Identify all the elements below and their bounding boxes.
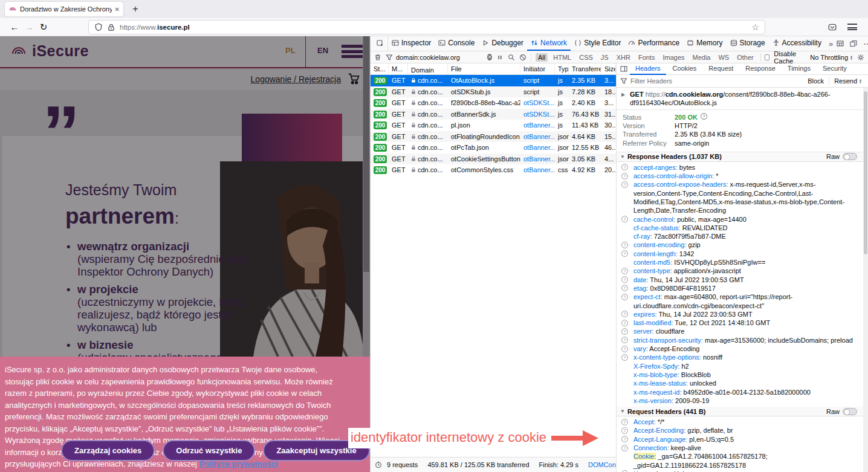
request-row[interactable]: 200GETcdn.co...otCookieSettingsButton.js… bbox=[371, 154, 616, 165]
pause-log-icon[interactable] bbox=[496, 54, 504, 61]
devtools-tab-performance[interactable]: Performance bbox=[624, 36, 683, 51]
toolbar-overflow-chevron[interactable]: » bbox=[825, 39, 837, 48]
devtools-tab-storage[interactable]: Storage bbox=[727, 36, 769, 51]
header-info-icon[interactable]: ? bbox=[621, 285, 628, 291]
tab-close-icon[interactable]: ✕ bbox=[115, 6, 120, 13]
header-info-icon[interactable]: ? bbox=[621, 242, 628, 248]
column-header-type[interactable]: Type bbox=[555, 63, 569, 74]
request-row[interactable]: 200GETcdn.co...otFloatingRoundedIcon.jso… bbox=[371, 131, 616, 143]
header-info-icon[interactable]: ? bbox=[621, 294, 628, 300]
throttling-select[interactable]: No Throttling▲▼ bbox=[810, 54, 853, 61]
devtools-tab-style-editor[interactable]: Style Editor bbox=[571, 36, 624, 51]
header-info-icon[interactable]: ? bbox=[621, 311, 628, 317]
type-filter-html[interactable]: HTML bbox=[551, 53, 574, 62]
disable-cache-checkbox[interactable] bbox=[765, 54, 769, 60]
devtools-tab-debugger[interactable]: Debugger bbox=[478, 36, 527, 51]
browser-tab[interactable]: Doradztwo w Zakresie Ochrony Dany ✕ bbox=[5, 2, 123, 16]
clear-filter-icon[interactable]: ✕ bbox=[487, 54, 492, 60]
status-help-icon[interactable]: ? bbox=[701, 113, 707, 120]
clear-requests-icon[interactable] bbox=[374, 54, 381, 61]
header-info-icon[interactable]: ? bbox=[621, 250, 628, 257]
responsive-mode-icon[interactable] bbox=[850, 40, 857, 47]
back-button-icon[interactable]: ← bbox=[7, 22, 22, 32]
type-filter-fonts[interactable]: Fonts bbox=[636, 53, 658, 62]
forward-button-icon[interactable]: → bbox=[22, 22, 36, 32]
filter-url-input[interactable]: domain:cookielaw.org bbox=[386, 54, 483, 61]
details-tab-security[interactable]: Security bbox=[817, 63, 852, 75]
request-row[interactable]: 200GETcdn.co...otBannerSdk.jsotSDKSt...j… bbox=[371, 109, 616, 120]
bookmark-star-icon[interactable]: ☆ bbox=[751, 22, 759, 32]
block-request-icon[interactable] bbox=[519, 54, 526, 61]
cookie-button-odrzu-wszystkie[interactable]: Odrzuć wszystkie bbox=[163, 440, 255, 461]
reload-button-icon[interactable]: ↻ bbox=[36, 22, 51, 33]
search-icon[interactable] bbox=[508, 54, 515, 61]
details-tab-headers[interactable]: Headers bbox=[630, 63, 666, 75]
devtools-tab-memory[interactable]: Memory bbox=[683, 36, 726, 51]
column-header-size[interactable]: Size bbox=[601, 63, 616, 74]
devtools-tab-accessibility[interactable]: Accessibility bbox=[769, 36, 825, 51]
type-filter-media[interactable]: Media bbox=[690, 53, 713, 62]
details-tab-timings[interactable]: Timings bbox=[782, 63, 816, 75]
request-row[interactable]: 200GETcdn.co...OtAutoBlock.jsscriptjs2.3… bbox=[371, 75, 616, 86]
column-header-m[interactable]: M... bbox=[389, 63, 408, 74]
initiator-cell[interactable]: otBanner... bbox=[520, 131, 555, 143]
details-tab-request[interactable]: Request bbox=[703, 63, 739, 75]
type-filter-css[interactable]: CSS bbox=[577, 53, 595, 62]
response-headers-section[interactable]: ▼ Response Headers (1.037 KB) Raw bbox=[617, 152, 863, 162]
url-bar[interactable]: https://www.isecure.pl ☆ bbox=[88, 20, 765, 34]
new-tab-button[interactable]: + bbox=[128, 2, 143, 16]
details-scrollbar[interactable] bbox=[863, 88, 868, 472]
header-info-icon[interactable]: ? bbox=[621, 320, 628, 326]
pick-element-icon[interactable] bbox=[373, 36, 388, 51]
type-filter-other[interactable]: Other bbox=[734, 53, 756, 62]
column-header-st[interactable]: St... bbox=[371, 63, 389, 74]
request-url-line[interactable]: ▶ GET https://cdn.cookielaw.org/consent/… bbox=[617, 88, 863, 110]
header-info-icon[interactable]: ? bbox=[621, 436, 628, 442]
cookie-button-zarz-dzaj-cookies[interactable]: Zarządzaj cookies bbox=[61, 440, 155, 461]
iframe-picker-icon[interactable] bbox=[837, 40, 844, 47]
details-tab-cookies[interactable]: Cookies bbox=[667, 63, 702, 75]
pocket-icon[interactable] bbox=[828, 23, 837, 31]
header-info-icon[interactable]: ? bbox=[621, 427, 628, 434]
type-filter-images[interactable]: Images bbox=[660, 53, 687, 62]
network-settings-gear-icon[interactable] bbox=[857, 54, 864, 61]
details-tab-response[interactable]: Response bbox=[740, 63, 781, 75]
header-info-icon[interactable]: ? bbox=[621, 419, 628, 425]
column-header-domain[interactable]: Domain bbox=[408, 63, 448, 74]
header-info-icon[interactable]: ? bbox=[621, 445, 628, 451]
devtools-tab-network[interactable]: Network bbox=[527, 36, 571, 51]
details-pane-icon[interactable] bbox=[620, 65, 627, 73]
block-url-button[interactable]: Block bbox=[808, 77, 824, 85]
request-row[interactable]: 200GETcdn.co...otSDKStub.jsscriptjs7.28 … bbox=[371, 86, 616, 98]
request-headers-section[interactable]: ▼ Request Headers (441 B) Raw bbox=[617, 407, 863, 416]
devtools-meatball-menu-icon[interactable]: ⋯ bbox=[863, 39, 868, 48]
header-info-icon[interactable]: ? bbox=[621, 181, 628, 188]
initiator-cell[interactable]: otSDKSt... bbox=[520, 97, 555, 109]
initiator-cell[interactable]: otBanner... bbox=[520, 142, 555, 154]
request-row[interactable]: 200GETcdn.co...f2890bc8-88eb-4bac-a266-d… bbox=[371, 97, 616, 109]
devtools-tab-inspector[interactable]: Inspector bbox=[388, 36, 435, 51]
type-filter-ws[interactable]: WS bbox=[716, 53, 731, 62]
type-filter-all[interactable]: All bbox=[536, 53, 548, 62]
resend-button[interactable]: Resend▲▼ bbox=[834, 77, 862, 85]
header-info-icon[interactable]: ? bbox=[621, 173, 628, 179]
header-info-icon[interactable]: ? bbox=[621, 268, 628, 274]
browser-menu-icon[interactable] bbox=[847, 24, 857, 30]
request-row[interactable]: 200GETcdn.co...otPcTab.jsonotBanner...js… bbox=[371, 142, 616, 154]
column-header-file[interactable]: File bbox=[448, 63, 520, 74]
column-header-transferred[interactable]: Transferred bbox=[569, 63, 601, 74]
filter-headers-input[interactable]: Filter Headers bbox=[630, 77, 672, 85]
request-row[interactable]: 200GETcdn.co...pl.jsonotBanner...js11.43… bbox=[371, 120, 616, 131]
devtools-tab-console[interactable]: Console bbox=[435, 36, 478, 51]
column-header-initiator[interactable]: Initiator bbox=[520, 63, 555, 74]
header-info-icon[interactable]: ? bbox=[621, 354, 628, 361]
request-row[interactable]: 200GETcdn.co...otCommonStyles.cssotBanne… bbox=[371, 164, 616, 176]
initiator-cell[interactable]: otBanner... bbox=[520, 154, 555, 165]
initiator-cell[interactable]: otSDKSt... bbox=[520, 109, 555, 120]
raw-toggle[interactable] bbox=[843, 408, 857, 415]
shield-icon[interactable] bbox=[94, 23, 103, 31]
header-info-icon[interactable]: ? bbox=[621, 346, 628, 352]
initiator-cell[interactable]: otBanner... bbox=[520, 164, 555, 176]
header-info-icon[interactable]: ? bbox=[621, 216, 628, 222]
header-info-icon[interactable]: ? bbox=[621, 337, 628, 343]
